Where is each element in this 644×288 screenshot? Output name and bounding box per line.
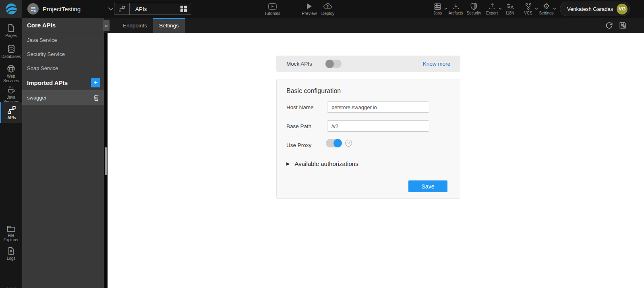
available-authorizations-label: Available authorizations (294, 160, 358, 167)
basic-configuration-card: Basic configuration Host Name Base Path … (276, 79, 460, 199)
delete-icon[interactable] (93, 94, 99, 101)
sidebar-item-databases[interactable]: Databases (0, 42, 22, 59)
i18n-button[interactable]: I18N (501, 2, 519, 15)
databases-icon (0, 45, 22, 53)
tutorials-icon (260, 2, 285, 10)
sidebar-item-file-explorer[interactable]: File Explorer (0, 222, 22, 242)
tab-settings[interactable]: Settings (153, 18, 185, 33)
panel-scrollbar (104, 33, 108, 288)
tutorials-button[interactable]: Tutorials (260, 2, 285, 16)
expand-triangle-icon: ▶ (286, 161, 290, 166)
host-name-input[interactable] (327, 102, 429, 113)
use-proxy-toggle[interactable] (326, 139, 342, 147)
user-name: Venkatesh Garadas (567, 6, 613, 12)
know-more-link[interactable]: Know more (423, 61, 450, 67)
list-item-security-service[interactable]: Security Service (22, 47, 104, 61)
tab-bar: Endpoints Settings (104, 18, 644, 33)
user-menu[interactable]: Venkatesh Garadas VG (560, 2, 630, 16)
sidebar-item-java-services[interactable]: Java Services (0, 83, 22, 104)
wave-logo-icon (5, 2, 18, 15)
core-apis-header: Core APIs (22, 18, 104, 33)
apps-grid-icon[interactable] (180, 6, 187, 12)
host-name-label: Host Name (286, 104, 314, 110)
refresh-icon[interactable] (605, 22, 613, 29)
sidebar-item-apis[interactable]: APIs (0, 102, 22, 123)
scrollbar-thumb[interactable] (105, 147, 107, 175)
deploy-button[interactable]: Deploy (317, 2, 339, 16)
security-button[interactable]: Security (465, 2, 483, 15)
wavemaker-logo[interactable] (0, 0, 22, 18)
topbar-tools: Jobs Artifacts Security (429, 2, 555, 15)
pages-icon (0, 24, 22, 32)
sidebar-item-web-services[interactable]: Web Services (0, 62, 22, 83)
artifacts-download-icon (447, 2, 465, 10)
apis-panel: Core APIs Java Service Security Service … (22, 18, 104, 288)
export-button[interactable]: Export (483, 2, 501, 15)
top-bar: ProjectTesting APIs Tutorials (0, 0, 644, 18)
coffee-cup-icon (0, 86, 22, 94)
list-item-soap-service[interactable]: Soap Service (22, 61, 104, 75)
logs-icon (0, 247, 22, 255)
left-nav-rail: Pages Databases Web Services Java Servic… (0, 18, 22, 288)
collapse-panel-button[interactable]: « (103, 20, 110, 31)
api-node-icon (114, 3, 130, 15)
mock-apis-label: Mock APIs (286, 61, 325, 67)
project-icon (27, 3, 39, 15)
settings-button[interactable]: ⚙ Settings (537, 2, 555, 15)
security-shield-icon (465, 2, 483, 10)
base-path-label: Base Path (286, 123, 311, 129)
help-icon[interactable]: ? (345, 140, 352, 147)
i18n-translate-icon (501, 2, 519, 10)
add-api-button[interactable]: + (91, 78, 100, 87)
mock-apis-toggle[interactable] (325, 60, 342, 68)
list-item-java-service[interactable]: Java Service (22, 33, 104, 47)
use-proxy-label: Use Proxy (286, 142, 311, 148)
avatar: VG (617, 4, 627, 15)
workspace-switcher[interactable]: APIs (114, 3, 191, 15)
list-item-swagger[interactable]: swagger (22, 90, 104, 105)
settings-content: Mock APIs Know more Basic configuration … (108, 33, 644, 288)
jobs-button[interactable]: Jobs (429, 2, 447, 15)
imported-apis-header: Imported APIs + (22, 75, 104, 90)
project-name: ProjectTesting (43, 6, 81, 12)
sidebar-item-pages[interactable]: Pages (0, 21, 22, 38)
base-path-input[interactable] (327, 120, 429, 132)
card-title: Basic configuration (286, 87, 341, 95)
folder-icon (0, 225, 22, 232)
tab-endpoints[interactable]: Endpoints (117, 18, 153, 33)
deploy-cloud-icon (317, 2, 339, 10)
mock-apis-bar: Mock APIs Know more (276, 56, 460, 72)
artifacts-button[interactable]: Artifacts (447, 2, 465, 15)
chevron-down-icon (108, 7, 114, 10)
save-button[interactable]: Save (408, 180, 447, 192)
apis-node-icon (1, 106, 22, 114)
save-icon[interactable] (619, 22, 626, 29)
app-window: ProjectTesting APIs Tutorials (0, 0, 644, 288)
chevron-down-icon (553, 8, 556, 10)
globe-icon (0, 64, 22, 73)
project-selector[interactable]: ProjectTesting (27, 0, 114, 18)
available-authorizations-expander[interactable]: ▶ Available authorizations (286, 160, 358, 167)
sidebar-item-logs[interactable]: Logs (0, 244, 22, 261)
vcs-button[interactable]: VCS (519, 2, 537, 15)
workspace-label: APIs (130, 6, 180, 12)
